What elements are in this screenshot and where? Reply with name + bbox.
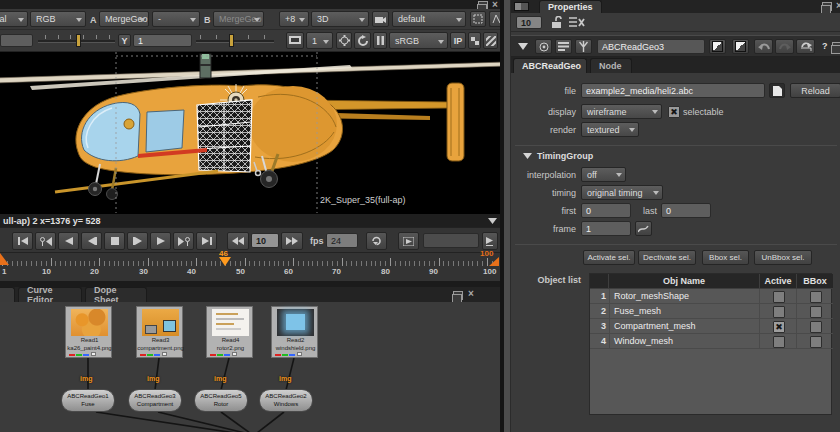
frame-back-increment-button[interactable] [227, 232, 249, 250]
playback-range-button[interactable] [482, 232, 498, 250]
node-color-swatch-button[interactable] [709, 39, 726, 54]
abcreadgeo-node[interactable]: ABCReadGeo3 Compartment [128, 389, 182, 412]
close-properties-icon[interactable]: × [836, 2, 840, 10]
stop-button[interactable] [104, 232, 125, 250]
frame-forward-increment-button[interactable] [281, 232, 303, 250]
column-row-number[interactable] [590, 274, 609, 289]
tab-properties[interactable]: Properties [539, 0, 602, 13]
abcreadgeo-node[interactable]: ABCReadGeo5 Rotor [194, 389, 248, 412]
redo-button[interactable] [775, 39, 794, 54]
active-checkbox[interactable]: ✖ [773, 321, 785, 333]
node-settings-button[interactable] [555, 39, 572, 54]
step-forward-button[interactable] [127, 232, 148, 250]
active-checkbox[interactable] [773, 291, 785, 303]
selectable-checkbox[interactable]: ✖ [668, 106, 680, 118]
close-nodegraph-icon[interactable]: × [468, 290, 474, 298]
active-checkbox[interactable] [773, 306, 785, 318]
goto-start-button[interactable] [12, 232, 33, 250]
undo-button[interactable] [754, 39, 773, 54]
properties-edge-strip[interactable] [504, 0, 511, 432]
column-active[interactable]: Active [760, 276, 796, 286]
display-dropdown[interactable]: wireframe [581, 104, 662, 119]
pause-button[interactable] [373, 32, 387, 49]
max-panels-input[interactable]: 10 [516, 16, 542, 29]
first-input[interactable]: 0 [581, 203, 631, 218]
close-panel-icon[interactable]: × [492, 1, 498, 9]
gain-slider-knob[interactable] [76, 34, 81, 47]
gain-reset-button[interactable] [336, 32, 352, 49]
revert-button[interactable] [796, 39, 815, 54]
play-backward-button[interactable] [58, 232, 79, 250]
refresh-button[interactable] [354, 32, 371, 49]
unbbox-sel-button[interactable]: UnBbox sel. [754, 250, 812, 265]
bbox-checkbox[interactable] [810, 336, 822, 348]
tab-dope-sheet[interactable]: Dope Sheet [85, 287, 147, 302]
cliptest-button[interactable] [468, 32, 481, 49]
gamma-toggle-button[interactable]: Y [118, 34, 131, 47]
float-nodegraph-icon[interactable] [453, 291, 463, 300]
viewer-lut-dropdown[interactable]: sRGB [389, 32, 448, 49]
column-bbox[interactable]: BBox [797, 276, 833, 286]
read-node[interactable]: Read2 windshield.png [271, 306, 318, 358]
active-checkbox[interactable] [773, 336, 785, 348]
input-a-dropdown[interactable]: MergeGeo [99, 11, 149, 27]
roi-button[interactable] [470, 11, 486, 27]
tab-curve-editor[interactable]: Curve Editor [18, 287, 82, 302]
gamma-slider-knob[interactable] [229, 34, 234, 47]
gain-input[interactable] [0, 34, 33, 47]
step-back-button[interactable] [81, 232, 102, 250]
object-list-table[interactable]: Obj Name Active BBox 1 Rotor_meshShape [589, 273, 832, 415]
color-picker-button[interactable] [575, 39, 592, 54]
status-menu-arrow-icon[interactable] [488, 218, 497, 224]
read-node[interactable]: Read4 rotor2.png [206, 306, 253, 358]
render-dropdown[interactable]: textured [581, 122, 639, 137]
viewer-canvas[interactable]: 2K_Super_35(full-ap) [0, 52, 500, 213]
file-browse-button[interactable] [769, 83, 785, 98]
last-input[interactable]: 0 [661, 203, 711, 218]
interpolation-dropdown[interactable]: off [581, 167, 626, 182]
collapse-panel-icon[interactable] [518, 43, 528, 50]
pane-menu-icon[interactable] [514, 2, 529, 11]
layer-dropdown[interactable]: RGB [30, 11, 86, 27]
nodegraph-canvas[interactable]: Read1 ka26_paint4.png Read3 compartment.… [0, 302, 500, 432]
abcreadgeo-node[interactable]: ABCReadGeo1 Fuse [61, 389, 115, 412]
activate-sel-button[interactable]: Activate sel. [583, 250, 635, 265]
frame-input[interactable]: 1 [581, 221, 631, 236]
camera-dropdown[interactable]: default [392, 11, 466, 27]
bbox-checkbox[interactable] [810, 321, 822, 333]
timing-dropdown[interactable]: original timing [581, 185, 663, 200]
tab-node[interactable]: Node [590, 58, 632, 73]
stereo-dropdown[interactable]: +8 [279, 11, 309, 27]
playhead-marker[interactable] [219, 257, 231, 266]
deactivate-sel-button[interactable]: Dectivate sel. [638, 250, 696, 265]
table-row[interactable]: 1 Rotor_meshShape [590, 289, 833, 304]
frame-range-input[interactable] [423, 233, 479, 248]
frame-increment-input[interactable]: 10 [251, 233, 279, 248]
bbox-checkbox[interactable] [810, 291, 822, 303]
node-name-input[interactable]: ABCReadGeo3 [597, 39, 705, 54]
fps-input[interactable]: 24 [326, 233, 358, 248]
playback-loop-button[interactable] [366, 232, 387, 250]
prev-keyframe-button[interactable] [35, 232, 56, 250]
overlay-button[interactable] [483, 32, 498, 49]
timinggroup-collapse-icon[interactable] [523, 153, 532, 159]
gl-color-swatch-button[interactable] [732, 39, 749, 54]
lock-camera-button[interactable] [372, 11, 389, 27]
channel-dropdown[interactable]: a.al [0, 11, 28, 27]
lock-panels-icon[interactable] [551, 16, 563, 29]
file-input[interactable]: example2_media/heli2.abc [581, 83, 765, 98]
reload-button[interactable]: Reload [790, 83, 840, 98]
input-b-dropdown[interactable]: MergeGeo [213, 11, 264, 27]
goto-end-button[interactable] [196, 232, 217, 250]
monitor-out-button[interactable] [286, 32, 304, 49]
flipbook-button[interactable] [398, 232, 419, 250]
table-row[interactable]: 2 Fuse_mesh [590, 304, 833, 319]
bbox-checkbox[interactable] [810, 306, 822, 318]
table-row[interactable]: 4 Window_mesh [590, 334, 833, 349]
play-button[interactable] [150, 232, 171, 250]
tab-node-graph[interactable]: h [0, 287, 15, 302]
timeline[interactable]: 1 10 20 30 40 50 60 70 80 90 100 46 100 [0, 253, 500, 281]
gamma-input[interactable]: 1 [133, 34, 192, 47]
view-mode-dropdown[interactable]: 3D [311, 11, 369, 27]
next-keyframe-button[interactable] [173, 232, 194, 250]
